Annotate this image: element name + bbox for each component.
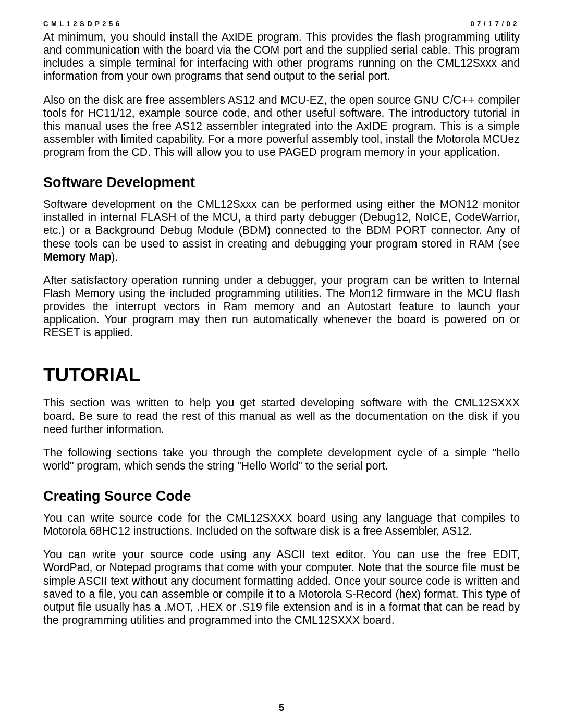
heading-software-development: Software Development — [43, 175, 520, 191]
heading-tutorial: TUTORIAL — [43, 364, 520, 386]
text-run: Software development on the CML12Sxxx ca… — [43, 198, 520, 250]
heading-creating-source-code: Creating Source Code — [43, 488, 520, 504]
body-paragraph: You can write source code for the CML12S… — [43, 512, 520, 538]
header-right: 07/17/02 — [470, 20, 520, 28]
body-paragraph: Also on the disk are free assemblers AS1… — [43, 94, 520, 159]
header-left: CML12SDP256 — [43, 20, 123, 28]
body-paragraph: After satisfactory operation running und… — [43, 274, 520, 340]
body-paragraph: This section was written to help you get… — [43, 397, 520, 436]
body-paragraph: The following sections take you through … — [43, 447, 520, 473]
text-run: ). — [111, 251, 118, 263]
body-paragraph: Software development on the CML12Sxxx ca… — [43, 198, 520, 264]
body-paragraph: You can write your source code using any… — [43, 548, 520, 627]
page-number: 5 — [0, 702, 563, 713]
page-header: CML12SDP256 07/17/02 — [43, 20, 520, 28]
document-page: CML12SDP256 07/17/02 At minimum, you sho… — [0, 0, 563, 648]
text-bold: Memory Map — [43, 251, 111, 263]
body-paragraph: At minimum, you should install the AxIDE… — [43, 31, 520, 83]
